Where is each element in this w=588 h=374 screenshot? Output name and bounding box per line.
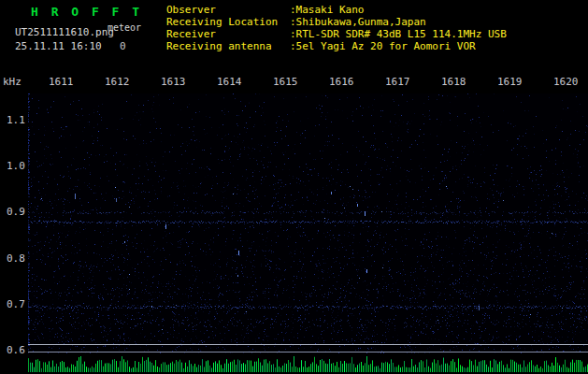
x-axis-tick-label: 1613 xyxy=(161,76,186,88)
app-title: H R O F F T xyxy=(31,5,142,19)
y-axis-tick-label: 0.6 xyxy=(7,344,29,356)
station-info-table: Observer:Masaki KanoReceiving Location:S… xyxy=(166,4,507,52)
info-row: Receiver:RTL-SDR SDR# 43dB L15 114.1MHz … xyxy=(166,28,507,40)
x-axis-tick-label: 1611 xyxy=(49,76,74,88)
y-axis-tick-label: 0.8 xyxy=(7,252,29,265)
x-axis-tick-row: 1611161216131614161516161617161816191620 xyxy=(0,76,588,89)
station-name: meteor xyxy=(108,22,141,33)
info-row: Receiving antenna:5el Yagi Az 20 for Aom… xyxy=(166,40,507,52)
baseline-line-upper xyxy=(28,344,588,345)
info-value: :5el Yagi Az 20 for Aomori VOR xyxy=(290,40,476,52)
x-axis-tick-label: 1615 xyxy=(273,76,298,88)
y-axis-tick-label: 1.0 xyxy=(7,160,29,172)
info-label: Receiver xyxy=(166,28,290,40)
x-axis-tick-label: 1618 xyxy=(441,76,466,88)
x-axis-tick-label: 1616 xyxy=(329,76,354,88)
output-filename: UT2511111610.png xyxy=(15,26,114,38)
y-axis-tick-label: 1.1 xyxy=(7,114,29,126)
x-axis-tick-label: 1617 xyxy=(385,76,410,88)
y-axis-tick-label: 0.7 xyxy=(7,298,29,310)
hrofft-window: H R O F F T UT2511111610.png meteor 25.1… xyxy=(0,0,588,374)
x-axis-tick-label: 1620 xyxy=(553,76,579,88)
info-row: Receiving Location:Shibukawa,Gunma,Japan xyxy=(166,16,507,28)
info-label: Receiving Location xyxy=(166,16,290,28)
spectrogram-canvas xyxy=(28,94,588,353)
x-axis-tick-label: 1614 xyxy=(217,76,242,88)
info-value: :Masaki Kano xyxy=(290,4,364,16)
signal-level-strip xyxy=(28,355,588,372)
info-label: Receiving antenna xyxy=(166,40,290,52)
y-axis-tick-label: 0.9 xyxy=(7,206,29,218)
x-axis-tick-label: 1619 xyxy=(497,76,523,88)
echo-count: 0 xyxy=(120,40,126,52)
observation-datetime: 25.11.11 16:10 xyxy=(15,40,102,52)
info-row: Observer:Masaki Kano xyxy=(166,4,507,16)
info-value: :RTL-SDR SDR# 43dB L15 114.1MHz USB xyxy=(290,28,507,40)
info-value: :Shibukawa,Gunma,Japan xyxy=(290,16,426,28)
info-label: Observer xyxy=(166,4,290,16)
x-axis-tick-label: 1612 xyxy=(105,76,130,88)
baseline-line-lower xyxy=(28,352,588,352)
